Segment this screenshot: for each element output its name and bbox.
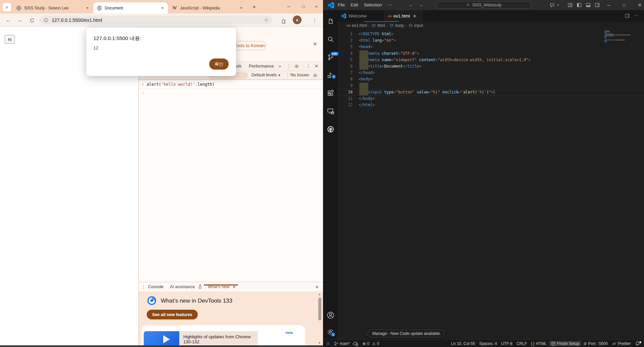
history-forward-icon[interactable]: → [419,2,423,7]
drawer-kebab-icon[interactable]: ⋮ [141,284,146,290]
vscode-minimize-button[interactable]: ─ [604,2,614,8]
see-all-features-button[interactable]: See all new features [147,310,198,319]
chrome-minimize-button[interactable]: ─ [282,1,295,12]
tab-close-icon[interactable]: × [238,5,244,11]
code-line[interactable]: 11</body> [338,95,644,102]
alert-confirm-button[interactable]: 확인 [209,59,229,70]
menu-more[interactable]: ⋯ [387,2,392,7]
forward-icon[interactable]: → [15,16,24,25]
address-bar[interactable]: 127.0.0.1:5500/ex1.html ☆ [40,15,273,25]
cursor-position[interactable]: Ln 10, Col 55 [449,341,477,346]
devtools-tab-network-partial[interactable]: ork [235,64,241,69]
tab-close-icon[interactable]: × [160,5,165,11]
customize-layout-icon[interactable] [567,2,573,8]
git-branch-item[interactable]: main* [332,341,361,346]
url-text[interactable]: 127.0.0.1:5500/ex1.html [52,17,264,23]
code-line[interactable]: 8<body> [338,76,644,82]
issues-counter[interactable]: No Issues [290,73,309,77]
scroll-down-icon[interactable]: ▼ [318,341,321,345]
chrome-maximize-button[interactable]: □ [297,1,310,12]
devtools-settings-gear-icon[interactable] [294,64,299,69]
page-hi-button[interactable]: hi [5,35,15,44]
tab-ex1-html[interactable]: <> ex1.html ✕ [384,10,422,22]
devtools-close-icon[interactable]: ✕ [315,64,318,69]
tab-search-button[interactable]: ∨ [3,3,11,11]
menu-selection[interactable]: Selection [364,2,382,7]
code-line[interactable]: 1<!DOCTYPE html> [338,31,644,37]
more-tabs-icon[interactable]: » [279,64,281,69]
account-icon[interactable] [323,308,338,322]
code-line[interactable]: 7</head> [338,70,644,76]
toggle-secondary-sidebar-icon[interactable] [594,2,601,8]
profile-avatar[interactable]: ● [293,15,302,24]
reload-icon[interactable] [28,16,36,25]
back-icon[interactable]: ← [4,16,13,25]
browser-tab-3[interactable]: W JavaScript - Wikipedia × [169,2,246,13]
console-input-row[interactable]: › [139,89,323,97]
code-line[interactable]: 12</html> [338,102,644,108]
breadcrumb-input[interactable]: input [414,23,423,28]
extensions-icon[interactable] [279,16,288,25]
breadcrumb-html[interactable]: html [377,23,385,28]
translate-devtools-button[interactable]: Tools to Korean [233,41,266,50]
search-icon[interactable] [323,32,338,47]
encoding[interactable]: UTF-8 [499,341,514,346]
breadcrumb-body[interactable]: body [395,23,404,28]
code-line[interactable]: 4<meta charset="UTF-8"> [338,50,644,57]
live-server-port[interactable]: ⊘Port : 5500 [581,341,610,346]
code-line[interactable]: 5<meta name="viewport" content="width=de… [338,57,644,63]
indentation[interactable]: Spaces: 4 [477,341,499,346]
history-back-icon[interactable]: ← [409,2,413,7]
prettier-item[interactable]: ✓✓Prettier [610,341,633,346]
code-line[interactable]: 6<title>Document</title> [338,63,644,70]
problems-item[interactable]: ⊗0 ⚠0 [360,341,381,346]
drawer-tab-console[interactable]: Console [148,284,164,289]
scrollbar-thumb[interactable] [318,298,321,320]
browser-tab-2-active[interactable]: Document × [93,2,168,13]
console-settings-gear-icon[interactable] [313,73,318,78]
breadcrumb-file[interactable]: ex1.html [352,23,367,28]
notifications-bell-icon[interactable] [633,341,644,346]
code-line[interactable]: 2<html lang="en"> [338,37,644,44]
split-editor-icon[interactable] [625,13,630,18]
infobar-close-icon[interactable]: ✕ [313,41,317,47]
tab-welcome[interactable]: Welcome [338,10,384,22]
site-info-icon[interactable] [44,18,48,23]
bookmark-star-icon[interactable]: ☆ [264,17,269,23]
finish-setup-item[interactable]: Finish Setup [549,341,582,346]
chrome-close-button[interactable]: × [310,1,323,12]
menu-edit[interactable]: Edit [351,2,358,7]
code-editor[interactable]: 1<!DOCTYPE html>2<html lang="en">3<head>… [338,29,644,340]
code-line[interactable]: 9 [338,83,644,89]
drawer-close-icon[interactable]: ✕ [315,284,319,290]
tab-close-icon[interactable]: ✕ [413,14,416,18]
devtools-tab-performance[interactable]: Performance [249,64,274,69]
remote-explorer-icon[interactable] [323,104,338,118]
code-line[interactable]: 10<input type="button" value="hi" onclic… [338,89,644,95]
extensions-icon[interactable] [323,86,338,101]
code-line[interactable]: 3<head> [338,44,644,50]
toggle-sidebar-icon[interactable] [576,2,583,8]
eol[interactable]: CRLF [514,341,529,346]
scroll-up-icon[interactable]: ▲ [318,293,321,296]
manage-gear-icon[interactable] [323,324,338,339]
copilot-icon[interactable] [549,2,555,8]
log-levels-dropdown[interactable]: Default levels ▼ [251,73,281,77]
github-icon[interactable] [323,122,338,137]
drawer-tab-ai-assistance[interactable]: AI assistance [170,284,195,289]
editor-actions-kebab-icon[interactable]: ⋯ [634,13,639,18]
browser-tab-1[interactable]: SISS Study - Sewon Lee × [13,2,93,13]
vscode-maximize-button[interactable]: □ [619,2,629,8]
explorer-icon[interactable] [323,14,338,29]
minimap[interactable] [604,31,633,43]
menu-file[interactable]: File [338,2,345,7]
toggle-panel-icon[interactable] [585,2,592,8]
video-thumbnail[interactable] [144,331,179,347]
console-expression-row[interactable]: › alert('hello world!'.length) [139,80,323,89]
tab-close-icon[interactable]: × [85,5,90,11]
remote-indicator-icon[interactable]: ⤬ [323,341,332,346]
language-mode[interactable]: { }HTML [529,341,549,346]
update-notification-tooltip[interactable]: Manage - New Code update available. [369,330,445,338]
command-center-search[interactable]: SISS_Webstudy [436,1,531,9]
new-tab-button[interactable]: + [250,3,258,11]
